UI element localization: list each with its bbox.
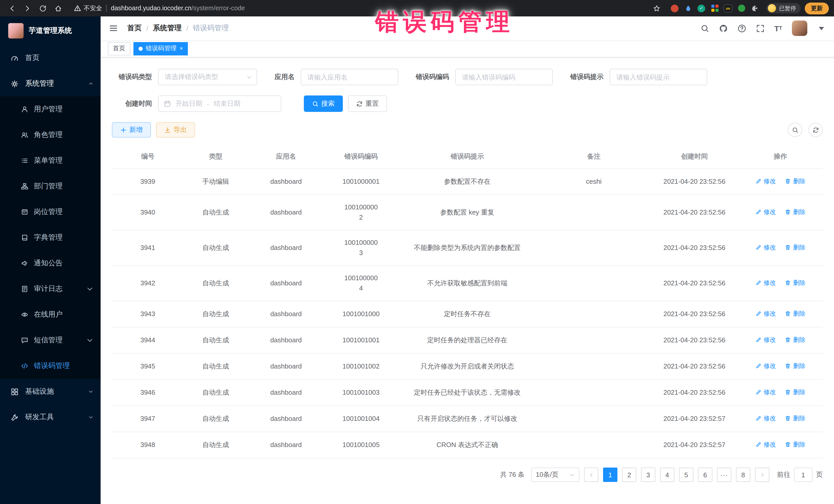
page-button-1[interactable]: 1 (603, 467, 617, 482)
page-button-4[interactable]: 4 (660, 467, 674, 482)
sidebar-item-home[interactable]: 首页 (0, 45, 101, 71)
sidebar-item-infrastructure[interactable]: 基础设施 (0, 379, 101, 404)
dictionary-icon (21, 234, 28, 241)
export-button[interactable]: 导出 (156, 122, 195, 137)
edit-link[interactable]: 修改 (755, 335, 776, 345)
refresh-table-button[interactable] (808, 123, 823, 137)
delete-link[interactable]: 删除 (785, 242, 806, 253)
edit-link[interactable]: 修改 (755, 439, 776, 450)
browser-profile-chip[interactable]: 已暂停 (766, 3, 800, 13)
page-button-8[interactable]: 8 (736, 467, 750, 482)
search-icon (792, 127, 798, 133)
error-code-input[interactable] (455, 69, 553, 85)
browser-reload-icon[interactable] (36, 2, 49, 15)
refresh-icon (356, 100, 363, 107)
page-button-6[interactable]: 6 (698, 467, 712, 482)
edit-link[interactable]: 修改 (755, 278, 776, 288)
sidebar-toggle-icon[interactable] (109, 24, 118, 33)
sidebar-item-notices[interactable]: 通知公告 (0, 250, 101, 276)
tab-close-icon[interactable]: × (180, 46, 183, 51)
filter-app: 应用名 (275, 69, 398, 85)
bookmark-star-icon[interactable] (650, 2, 663, 15)
delete-link[interactable]: 删除 (785, 308, 806, 319)
help-icon[interactable] (737, 24, 746, 32)
delete-link[interactable]: 删除 (785, 335, 806, 345)
header-search-icon[interactable] (700, 24, 709, 32)
fullscreen-icon[interactable] (756, 24, 765, 32)
filter-row-2: 创建时间 开始日期 - 结束日期 搜索 重置 (112, 95, 823, 112)
delete-link[interactable]: 删除 (785, 207, 806, 217)
user-menu-caret-icon[interactable] (817, 24, 826, 32)
show-search-toggle-button[interactable] (788, 123, 802, 137)
app-name-input[interactable] (301, 69, 398, 85)
sidebar-item-sms[interactable]: 短信管理 (0, 327, 101, 353)
sidebar-item-posts[interactable]: 岗位管理 (0, 199, 101, 225)
address-bar[interactable]: 不安全 dashboard.yudao.iocoder.cn/system/er… (74, 4, 648, 13)
column-header-time: 创建时间 (651, 145, 738, 169)
add-button[interactable]: 新增 (112, 122, 151, 137)
sidebar-item-system[interactable]: 系统管理 (0, 71, 101, 96)
browser-back-icon[interactable] (5, 2, 19, 15)
page-button-3[interactable]: 3 (641, 467, 655, 482)
edit-link[interactable]: 修改 (755, 242, 776, 253)
sidebar-item-error-codes[interactable]: 错误码管理 (0, 353, 101, 379)
not-secure-indicator[interactable]: 不安全 (74, 4, 102, 13)
extension-on-badge[interactable]: on (724, 4, 732, 13)
sidebar-item-users[interactable]: 用户管理 (0, 96, 101, 122)
edit-link[interactable]: 修改 (755, 207, 776, 217)
sidebar-item-online-users[interactable]: 在线用户 (0, 302, 101, 327)
breadcrumb-home[interactable]: 首页 (127, 24, 142, 33)
app-name-label: 应用名 (275, 72, 294, 82)
date-range-separator: - (207, 100, 209, 108)
sidebar-item-menus[interactable]: 菜单管理 (0, 148, 101, 174)
search-button[interactable]: 搜索 (304, 95, 343, 112)
sidebar-item-dev-tools[interactable]: 研发工具 (0, 404, 101, 430)
sidebar-item-roles[interactable]: 角色管理 (0, 122, 101, 148)
more-pages-button[interactable]: ··· (717, 467, 731, 482)
tab-error-codes[interactable]: 错误码管理 × (133, 42, 188, 55)
delete-link[interactable]: 删除 (785, 361, 806, 371)
extension-grid-icon[interactable] (710, 4, 719, 13)
badge-icon (21, 209, 28, 216)
goto-page: 前往 页 (777, 467, 823, 482)
sidebar-item-dictionary[interactable]: 字典管理 (0, 225, 101, 250)
breadcrumb-system[interactable]: 系统管理 (153, 24, 182, 33)
page-size-select[interactable]: 10条/页 (531, 467, 579, 482)
extensions-puzzle-icon[interactable] (750, 4, 759, 13)
page-button-2[interactable]: 2 (622, 467, 636, 482)
tab-home[interactable]: 首页 (108, 42, 130, 55)
user-avatar[interactable] (792, 21, 807, 36)
next-page-button[interactable] (755, 467, 769, 482)
browser-home-icon[interactable] (51, 2, 65, 15)
font-size-icon[interactable]: TT (774, 24, 782, 32)
edit-link[interactable]: 修改 (755, 413, 776, 423)
delete-link[interactable]: 删除 (785, 387, 806, 397)
reset-button[interactable]: 重置 (348, 95, 387, 112)
extension-check-icon[interactable]: ✓ (697, 4, 706, 13)
prev-page-button[interactable] (584, 467, 598, 482)
browser-forward-icon[interactable] (21, 2, 34, 15)
error-message-input[interactable] (610, 69, 707, 85)
extension-red-icon[interactable] (670, 4, 679, 13)
delete-link[interactable]: 删除 (785, 176, 806, 186)
date-range-picker[interactable]: 开始日期 - 结束日期 (158, 95, 281, 112)
edit-link[interactable]: 修改 (755, 176, 776, 186)
page-button-5[interactable]: 5 (679, 467, 694, 482)
error-code-label: 错误码编码 (416, 72, 449, 82)
sidebar-item-departments[interactable]: 部门管理 (0, 174, 101, 199)
browser-update-button[interactable]: 更新 (805, 2, 829, 14)
app-logo-image (8, 23, 24, 39)
error-type-select[interactable]: 请选择错误码类型 (158, 69, 257, 85)
goto-page-input[interactable] (794, 467, 812, 482)
delete-link[interactable]: 删除 (785, 439, 806, 450)
sidebar-item-label: 错误码管理 (34, 361, 70, 371)
extension-green-icon[interactable] (737, 4, 746, 13)
delete-link[interactable]: 删除 (785, 278, 806, 288)
edit-link[interactable]: 修改 (755, 308, 776, 319)
edit-link[interactable]: 修改 (755, 387, 776, 397)
github-icon[interactable] (719, 24, 727, 32)
extension-drop-icon[interactable] (684, 4, 692, 13)
sidebar-item-audit-logs[interactable]: 审计日志 (0, 276, 101, 302)
delete-link[interactable]: 删除 (785, 413, 806, 423)
edit-link[interactable]: 修改 (755, 361, 776, 371)
